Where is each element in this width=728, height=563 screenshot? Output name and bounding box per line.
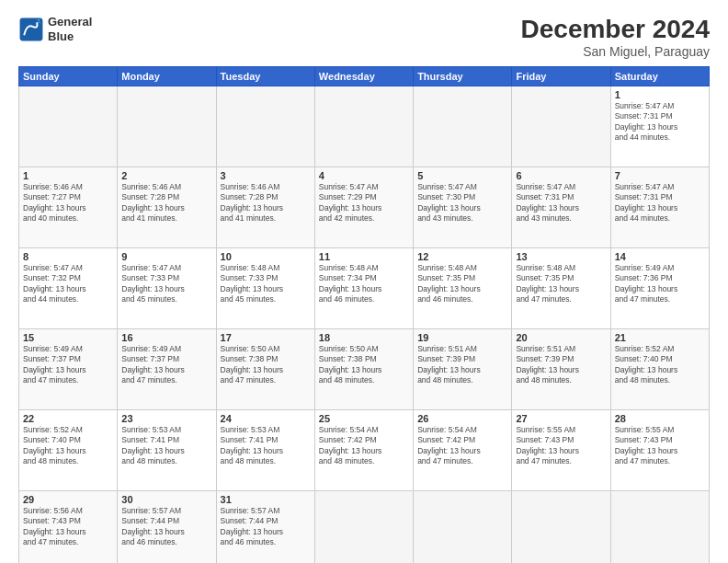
calendar-cell: 5Sunrise: 5:47 AMSunset: 7:30 PMDaylight…: [414, 167, 512, 248]
col-header-thursday: Thursday: [414, 67, 512, 86]
day-number: 22: [23, 413, 113, 424]
day-number: 8: [23, 251, 113, 262]
calendar-cell: 28Sunrise: 5:55 AMSunset: 7:43 PMDayligh…: [610, 410, 709, 491]
day-number: 30: [121, 494, 211, 505]
day-info: Sunrise: 5:46 AMSunset: 7:27 PMDaylight:…: [23, 182, 86, 223]
calendar-cell: 20Sunrise: 5:51 AMSunset: 7:39 PMDayligh…: [512, 329, 610, 410]
calendar-cell: 4Sunrise: 5:47 AMSunset: 7:29 PMDaylight…: [314, 167, 413, 248]
day-number: 14: [615, 251, 705, 262]
day-number: 26: [417, 413, 507, 424]
calendar-week-6: 29Sunrise: 5:56 AMSunset: 7:43 PMDayligh…: [19, 491, 710, 564]
day-number: 1: [23, 170, 113, 181]
day-info: Sunrise: 5:50 AMSunset: 7:38 PMDaylight:…: [319, 344, 382, 385]
page: General Blue December 2024 San Miguel, P…: [0, 0, 728, 563]
calendar-cell: 29Sunrise: 5:56 AMSunset: 7:43 PMDayligh…: [19, 491, 118, 564]
day-info: Sunrise: 5:52 AMSunset: 7:40 PMDaylight:…: [615, 344, 678, 385]
day-number: 21: [615, 332, 705, 343]
day-info: Sunrise: 5:52 AMSunset: 7:40 PMDaylight:…: [23, 425, 86, 465]
calendar-table: SundayMondayTuesdayWednesdayThursdayFrid…: [18, 66, 710, 563]
calendar-cell: 31Sunrise: 5:57 AMSunset: 7:44 PMDayligh…: [216, 491, 314, 564]
day-info: Sunrise: 5:55 AMSunset: 7:43 PMDaylight:…: [516, 425, 579, 465]
day-number: 3: [221, 170, 311, 181]
col-header-friday: Friday: [512, 67, 610, 86]
calendar-cell: 7Sunrise: 5:47 AMSunset: 7:31 PMDaylight…: [610, 167, 709, 248]
day-number: 10: [221, 251, 311, 262]
calendar-cell: 9Sunrise: 5:47 AMSunset: 7:33 PMDaylight…: [118, 248, 216, 329]
day-number: 7: [615, 170, 705, 181]
col-header-wednesday: Wednesday: [314, 67, 413, 86]
day-info: Sunrise: 5:49 AMSunset: 7:36 PMDaylight:…: [615, 263, 678, 304]
calendar-cell: [610, 491, 709, 564]
day-number: 28: [615, 413, 705, 424]
day-number: 17: [221, 332, 311, 343]
day-number: 19: [417, 332, 507, 343]
day-number: 12: [417, 251, 507, 262]
day-info: Sunrise: 5:54 AMSunset: 7:42 PMDaylight:…: [417, 425, 481, 465]
calendar-cell: 30Sunrise: 5:57 AMSunset: 7:44 PMDayligh…: [118, 491, 216, 564]
calendar-cell: 23Sunrise: 5:53 AMSunset: 7:41 PMDayligh…: [118, 410, 216, 491]
calendar-cell: 14Sunrise: 5:49 AMSunset: 7:36 PMDayligh…: [610, 248, 709, 329]
generalblue-logo-icon: [18, 17, 44, 42]
logo-text: General Blue: [48, 15, 92, 43]
day-number: 18: [319, 332, 409, 343]
calendar-cell: 26Sunrise: 5:54 AMSunset: 7:42 PMDayligh…: [414, 410, 512, 491]
calendar-cell: 24Sunrise: 5:53 AMSunset: 7:41 PMDayligh…: [216, 410, 314, 491]
day-number: 20: [516, 332, 606, 343]
calendar-header-row: SundayMondayTuesdayWednesdayThursdayFrid…: [19, 67, 710, 86]
day-info: Sunrise: 5:47 AMSunset: 7:31 PMDaylight:…: [615, 101, 678, 142]
day-info: Sunrise: 5:48 AMSunset: 7:34 PMDaylight:…: [319, 263, 382, 304]
calendar-cell: 21Sunrise: 5:52 AMSunset: 7:40 PMDayligh…: [610, 329, 709, 410]
header: General Blue December 2024 San Miguel, P…: [18, 15, 710, 59]
calendar-cell: [314, 86, 413, 167]
subtitle: San Miguel, Paraguay: [521, 44, 710, 59]
calendar-cell: 13Sunrise: 5:48 AMSunset: 7:35 PMDayligh…: [512, 248, 610, 329]
col-header-sunday: Sunday: [19, 67, 118, 86]
calendar-cell: 3Sunrise: 5:46 AMSunset: 7:28 PMDaylight…: [216, 167, 314, 248]
col-header-saturday: Saturday: [610, 67, 709, 86]
day-number: 5: [417, 170, 507, 181]
calendar-cell: [118, 86, 216, 167]
day-number: 11: [319, 251, 409, 262]
day-info: Sunrise: 5:57 AMSunset: 7:44 PMDaylight:…: [221, 506, 284, 546]
title-section: December 2024 San Miguel, Paraguay: [521, 15, 710, 59]
calendar-cell: 1Sunrise: 5:46 AMSunset: 7:27 PMDaylight…: [19, 167, 118, 248]
day-info: Sunrise: 5:49 AMSunset: 7:37 PMDaylight:…: [121, 344, 185, 385]
day-number: 1: [615, 89, 705, 100]
day-info: Sunrise: 5:48 AMSunset: 7:33 PMDaylight:…: [221, 263, 284, 304]
logo: General Blue: [18, 15, 92, 43]
day-number: 29: [23, 494, 113, 505]
day-number: 23: [121, 413, 211, 424]
day-info: Sunrise: 5:47 AMSunset: 7:29 PMDaylight:…: [319, 182, 382, 223]
calendar-cell: [414, 86, 512, 167]
day-number: 4: [319, 170, 409, 181]
day-number: 24: [221, 413, 311, 424]
calendar-cell: 18Sunrise: 5:50 AMSunset: 7:38 PMDayligh…: [314, 329, 413, 410]
day-info: Sunrise: 5:47 AMSunset: 7:32 PMDaylight:…: [23, 263, 86, 304]
calendar-cell: [216, 86, 314, 167]
day-number: 2: [121, 170, 211, 181]
day-info: Sunrise: 5:55 AMSunset: 7:43 PMDaylight:…: [615, 425, 678, 465]
day-info: Sunrise: 5:47 AMSunset: 7:30 PMDaylight:…: [417, 182, 481, 223]
day-number: 13: [516, 251, 606, 262]
calendar-cell: 17Sunrise: 5:50 AMSunset: 7:38 PMDayligh…: [216, 329, 314, 410]
calendar-cell: 12Sunrise: 5:48 AMSunset: 7:35 PMDayligh…: [414, 248, 512, 329]
day-number: 25: [319, 413, 409, 424]
calendar-cell: [314, 491, 413, 564]
day-number: 6: [516, 170, 606, 181]
calendar-cell: 11Sunrise: 5:48 AMSunset: 7:34 PMDayligh…: [314, 248, 413, 329]
calendar-week-5: 22Sunrise: 5:52 AMSunset: 7:40 PMDayligh…: [19, 410, 710, 491]
day-info: Sunrise: 5:51 AMSunset: 7:39 PMDaylight:…: [417, 344, 481, 385]
calendar-week-3: 8Sunrise: 5:47 AMSunset: 7:32 PMDaylight…: [19, 248, 710, 329]
calendar-cell: 1Sunrise: 5:47 AMSunset: 7:31 PMDaylight…: [610, 86, 709, 167]
day-info: Sunrise: 5:46 AMSunset: 7:28 PMDaylight:…: [221, 182, 284, 223]
day-number: 9: [121, 251, 211, 262]
day-number: 31: [221, 494, 311, 505]
day-info: Sunrise: 5:50 AMSunset: 7:38 PMDaylight:…: [221, 344, 284, 385]
day-info: Sunrise: 5:48 AMSunset: 7:35 PMDaylight:…: [516, 263, 579, 304]
calendar-cell: [512, 86, 610, 167]
calendar-cell: 22Sunrise: 5:52 AMSunset: 7:40 PMDayligh…: [19, 410, 118, 491]
calendar-week-1: 1Sunrise: 5:47 AMSunset: 7:31 PMDaylight…: [19, 86, 710, 167]
calendar-cell: [414, 491, 512, 564]
day-info: Sunrise: 5:51 AMSunset: 7:39 PMDaylight:…: [516, 344, 579, 385]
calendar-cell: 16Sunrise: 5:49 AMSunset: 7:37 PMDayligh…: [118, 329, 216, 410]
